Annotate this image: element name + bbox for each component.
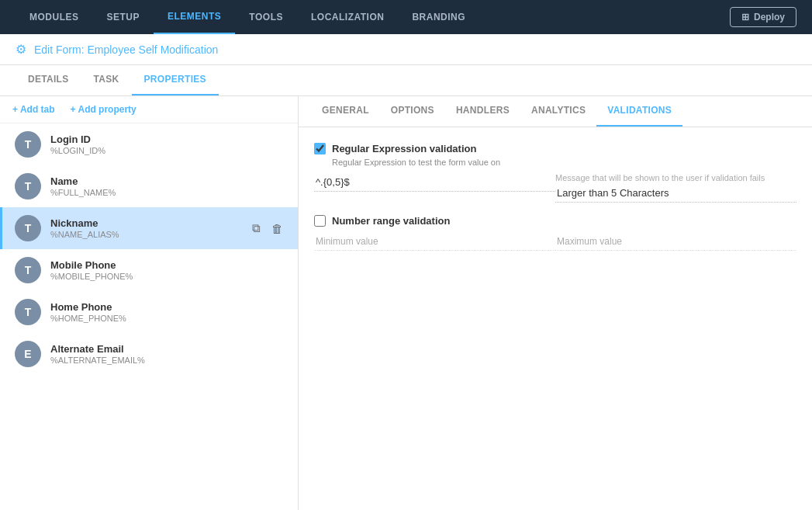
gear-icon: ⚙ (16, 42, 26, 57)
tab-analytics[interactable]: ANALYTICS (520, 95, 596, 127)
item-name: Alternate Email (50, 343, 285, 355)
avatar: T (15, 215, 41, 241)
list-item[interactable]: T Login ID %LOGIN_ID% (0, 123, 298, 165)
item-code: %ALTERNATE_EMAIL% (50, 356, 285, 365)
page-header: ⚙ Edit Form: Employee Self Modification (0, 34, 812, 65)
sidebar: + Add tab + Add property T Login ID %LOG… (0, 96, 299, 510)
list-item[interactable]: T Name %FULL_NAME% (0, 165, 298, 207)
sidebar-actions: + Add tab + Add property (0, 96, 298, 123)
regex-message-header: Message that will be shown to the user i… (555, 173, 796, 182)
item-code: %HOME_PHONE% (50, 314, 285, 323)
nav-elements[interactable]: ELEMENTS (154, 0, 235, 34)
number-range-inputs: Minimum value Maximum value (314, 233, 796, 251)
page-header-title: Edit Form: Employee Self Modification (34, 43, 218, 56)
item-name: Home Phone (50, 301, 285, 313)
avatar: T (15, 131, 41, 158)
sub-tabs: DETAILS TASK PROPERTIES (0, 65, 812, 96)
tab-details[interactable]: DETAILS (16, 64, 81, 95)
regex-validation-section: Regular Expression validation Regular Ex… (314, 143, 796, 203)
panel-tabs: GENERAL OPTIONS HANDLERS ANALYTICS VALID… (299, 96, 812, 127)
nav-localization[interactable]: LOCALIZATION (297, 0, 398, 34)
tab-general[interactable]: GENERAL (311, 95, 380, 127)
regex-inputs: Message that will be shown to the user i… (314, 173, 796, 203)
add-property-button[interactable]: + Add property (71, 104, 136, 115)
regex-checkbox-label[interactable]: Regular Expression validation (332, 143, 476, 154)
number-range-section: Number range validation Minimum value Ma… (314, 215, 796, 251)
tab-options[interactable]: OPTIONS (380, 95, 445, 127)
add-tab-button[interactable]: + Add tab (12, 104, 55, 115)
item-code: %MOBILE_PHONE% (50, 272, 285, 281)
item-name: Mobile Phone (50, 259, 285, 271)
item-name: Name (50, 175, 285, 187)
max-value-placeholder: Maximum value (555, 233, 796, 251)
avatar: T (15, 257, 41, 283)
item-name: Login ID (50, 134, 285, 145)
regex-sub-label: Regular Expression to test the form valu… (332, 158, 796, 167)
item-code: %NAME_ALIAS% (50, 230, 250, 239)
number-range-label[interactable]: Number range validation (332, 215, 450, 227)
nav-modules[interactable]: MODULES (16, 0, 93, 34)
min-value-placeholder: Minimum value (314, 233, 555, 251)
deploy-button[interactable]: ⊞ Deploy (730, 7, 796, 27)
main-layout: + Add tab + Add property T Login ID %LOG… (0, 96, 812, 510)
avatar: T (15, 173, 41, 199)
tab-task[interactable]: TASK (81, 64, 132, 95)
number-range-checkbox[interactable] (314, 215, 326, 227)
sidebar-list: T Login ID %LOGIN_ID% T Name %FULL_NAME%… (0, 123, 298, 510)
avatar: T (15, 299, 41, 325)
tab-validations[interactable]: VALIDATIONS (596, 95, 682, 127)
regex-message-input[interactable] (555, 184, 796, 203)
deploy-icon: ⊞ (741, 12, 749, 23)
copy-button[interactable]: ⧉ (250, 219, 263, 238)
regex-expression-input[interactable] (314, 173, 555, 192)
right-panel: GENERAL OPTIONS HANDLERS ANALYTICS VALID… (299, 96, 812, 510)
nav-setup[interactable]: SETUP (93, 0, 154, 34)
item-name: Nickname (50, 217, 250, 229)
tab-handlers[interactable]: HANDLERS (445, 95, 520, 127)
top-nav: MODULES SETUP ELEMENTS TOOLS LOCALIZATIO… (0, 0, 812, 34)
list-item[interactable]: T Home Phone %HOME_PHONE% (0, 291, 298, 333)
delete-button[interactable]: 🗑 (269, 220, 285, 238)
list-item[interactable]: T Mobile Phone %MOBILE_PHONE% (0, 249, 298, 291)
item-code: %FULL_NAME% (50, 188, 285, 197)
panel-content: Regular Expression validation Regular Ex… (299, 127, 812, 510)
nav-branding[interactable]: BRANDING (398, 0, 479, 34)
regex-checkbox[interactable] (314, 143, 326, 154)
list-item[interactable]: E Alternate Email %ALTERNATE_EMAIL% (0, 333, 298, 375)
nav-tools[interactable]: TOOLS (235, 0, 297, 34)
list-item-active[interactable]: T Nickname %NAME_ALIAS% ⧉ 🗑 (0, 207, 298, 249)
item-code: %LOGIN_ID% (50, 146, 285, 155)
tab-properties[interactable]: PROPERTIES (132, 64, 219, 95)
avatar: E (15, 341, 41, 367)
